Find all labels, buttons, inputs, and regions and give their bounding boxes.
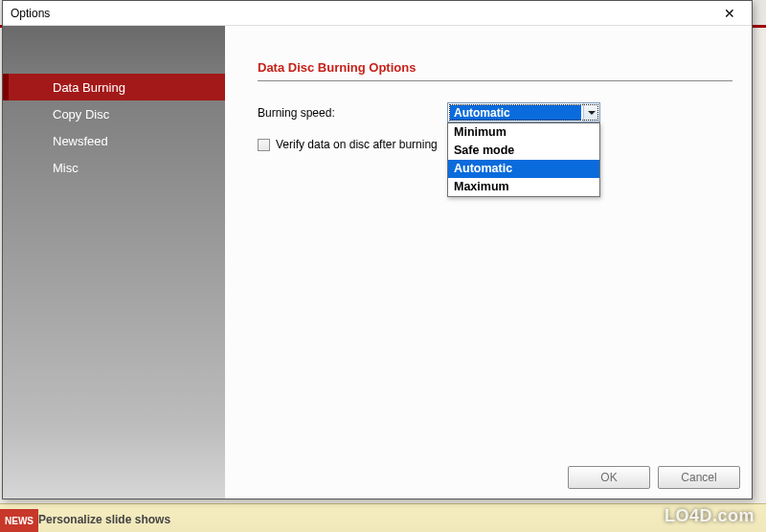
sidebar-item-label: Copy Disc: [53, 107, 109, 122]
background-news-tag: NEWS: [0, 509, 38, 532]
burning-speed-row: Burning speed: Automatic Minimum Safe mo…: [258, 102, 732, 122]
burning-speed-label: Burning speed:: [258, 106, 447, 120]
section-title: Data Disc Burning Options: [258, 60, 732, 75]
sidebar-item-label: Misc: [53, 161, 79, 175]
combo-dropdown-button[interactable]: [583, 103, 599, 122]
verify-label: Verify data on disc after burning: [276, 138, 438, 151]
sidebar-item-label: Newsfeed: [53, 134, 108, 148]
sidebar-item-copy-disc[interactable]: Copy Disc: [3, 100, 225, 127]
sidebar-item-label: Data Burning: [53, 80, 125, 95]
dropdown-item-safe-mode[interactable]: Safe mode: [448, 142, 599, 160]
sidebar: Data Burning Copy Disc Newsfeed Misc: [3, 26, 225, 499]
screenshot-root: NEWS Personalize slide shows Options ✕ D…: [0, 0, 766, 532]
verify-checkbox[interactable]: [258, 139, 270, 151]
cancel-button[interactable]: Cancel: [658, 466, 740, 489]
ok-button[interactable]: OK: [568, 466, 650, 489]
section-divider: [258, 80, 732, 81]
dropdown-item-automatic[interactable]: Automatic: [448, 160, 599, 178]
burning-speed-selected-value: Automatic: [450, 105, 581, 121]
burning-speed-dropdown: Minimum Safe mode Automatic Maximum: [447, 122, 600, 197]
dropdown-item-maximum[interactable]: Maximum: [448, 178, 599, 196]
background-footer-text: Personalize slide shows: [38, 513, 170, 526]
window-body: Data Burning Copy Disc Newsfeed Misc Dat…: [3, 26, 752, 499]
burning-speed-combobox[interactable]: Automatic: [447, 102, 600, 122]
close-icon: ✕: [724, 6, 735, 21]
titlebar[interactable]: Options ✕: [3, 1, 752, 26]
close-button[interactable]: ✕: [713, 4, 746, 23]
sidebar-item-misc[interactable]: Misc: [3, 154, 225, 181]
sidebar-item-newsfeed[interactable]: Newsfeed: [3, 127, 225, 154]
button-bar: OK Cancel: [568, 466, 740, 489]
dropdown-item-minimum[interactable]: Minimum: [448, 123, 599, 142]
burning-speed-combo-wrap: Automatic Minimum Safe mode Automatic Ma…: [447, 102, 600, 122]
window-title: Options: [11, 7, 713, 20]
sidebar-item-data-burning[interactable]: Data Burning: [3, 74, 225, 100]
chevron-down-icon: [588, 111, 596, 115]
options-window: Options ✕ Data Burning Copy Disc Newsfee…: [2, 0, 753, 499]
content-panel: Data Disc Burning Options Burning speed:…: [225, 26, 752, 499]
